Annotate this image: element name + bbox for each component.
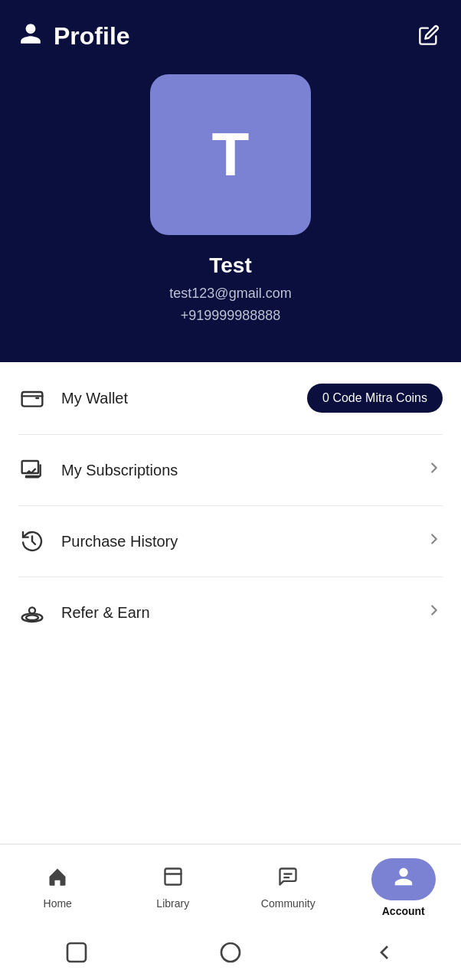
chevron-right-icon xyxy=(426,602,443,623)
nav-item-home[interactable]: Home xyxy=(0,863,116,913)
history-icon xyxy=(18,528,46,555)
nav-label-library: Library xyxy=(156,897,189,910)
wallet-label: My Wallet xyxy=(61,390,128,407)
svg-rect-5 xyxy=(165,869,181,885)
user-name: Test xyxy=(209,253,252,278)
sys-home-button[interactable] xyxy=(218,940,243,965)
user-phone: +919999988888 xyxy=(181,308,281,324)
svg-rect-0 xyxy=(22,392,43,407)
library-icon xyxy=(162,866,184,893)
refer-earn-label: Refer & Earn xyxy=(61,604,150,622)
chevron-right-icon xyxy=(426,531,443,552)
avatar-letter: T xyxy=(212,119,250,190)
edit-button[interactable] xyxy=(415,21,443,51)
top-bar-left: Profile xyxy=(18,21,130,51)
account-icon xyxy=(393,869,414,892)
purchase-history-label: Purchase History xyxy=(61,533,178,550)
menu-section: My Wallet 0 Code Mitra Coins My Subscrip… xyxy=(0,362,461,844)
chevron-right-icon xyxy=(426,459,443,481)
avatar: T xyxy=(150,74,311,235)
sys-recents-button[interactable] xyxy=(372,940,397,965)
subscriptions-label: My Subscriptions xyxy=(61,462,178,479)
person-icon xyxy=(18,21,43,51)
nav-item-account[interactable]: Account xyxy=(346,855,462,920)
svg-point-7 xyxy=(221,943,240,962)
wallet-badge: 0 Code Mitra Coins xyxy=(307,384,443,413)
wallet-menu-item[interactable]: My Wallet 0 Code Mitra Coins xyxy=(18,362,443,435)
bottom-nav: Home Library Community Account xyxy=(0,844,461,928)
sys-back-button[interactable] xyxy=(64,940,89,965)
nav-label-account: Account xyxy=(382,905,425,917)
svg-point-3 xyxy=(26,615,38,620)
subscriptions-icon xyxy=(18,456,46,484)
nav-item-community[interactable]: Community xyxy=(230,863,346,913)
refer-earn-menu-item[interactable]: Refer & Earn xyxy=(18,577,443,648)
profile-section: Profile T Test test123@gmail.com +919999… xyxy=(0,0,461,362)
nav-item-library[interactable]: Library xyxy=(116,863,231,913)
user-email: test123@gmail.com xyxy=(169,286,291,302)
nav-label-community: Community xyxy=(261,897,316,910)
system-nav-bar xyxy=(0,928,461,980)
page-title: Profile xyxy=(54,22,130,51)
svg-rect-6 xyxy=(67,943,86,962)
purchase-history-menu-item[interactable]: Purchase History xyxy=(18,506,443,577)
wallet-icon xyxy=(18,384,46,412)
top-bar: Profile xyxy=(0,0,461,67)
nav-label-home: Home xyxy=(44,897,72,910)
community-icon xyxy=(277,866,299,893)
home-icon xyxy=(47,866,68,893)
subscriptions-menu-item[interactable]: My Subscriptions xyxy=(18,435,443,506)
refer-earn-icon xyxy=(18,599,46,626)
svg-point-4 xyxy=(29,607,35,613)
